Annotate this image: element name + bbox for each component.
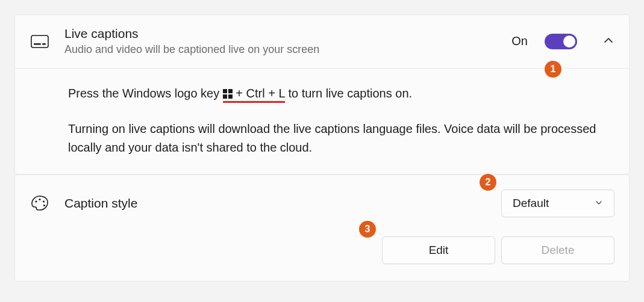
windows-logo-icon <box>223 85 233 104</box>
svg-point-9 <box>43 200 45 202</box>
svg-point-8 <box>39 199 40 200</box>
svg-rect-5 <box>223 94 227 99</box>
svg-rect-1 <box>34 43 41 45</box>
expand-collapse-chevron[interactable] <box>602 34 614 49</box>
caption-style-label: Caption style <box>64 196 487 211</box>
edit-button[interactable]: Edit <box>382 236 495 264</box>
shortcut-suffix: to turn live captions on. <box>285 87 412 100</box>
annotation-badge-1: 1 <box>545 61 561 78</box>
svg-rect-6 <box>228 94 233 99</box>
caption-style-card: 2 3 Caption style Default <box>14 174 630 282</box>
live-captions-subtitle: Audio and video will be captioned live o… <box>64 43 497 57</box>
svg-rect-0 <box>31 35 48 48</box>
toggle-state-label: On <box>511 34 528 48</box>
captions-icon <box>30 35 50 48</box>
live-captions-header: Live captions Audio and video will be ca… <box>15 15 629 69</box>
chevron-down-icon <box>595 197 603 210</box>
caption-style-select[interactable]: Default <box>501 190 614 217</box>
shortcut-instruction: Press the Windows logo key + Ctrl + L to… <box>68 84 612 104</box>
live-captions-body: Press the Windows logo key + Ctrl + L to… <box>15 69 629 174</box>
live-captions-card: Live captions Audio and video will be ca… <box>14 14 630 174</box>
svg-rect-3 <box>223 89 227 93</box>
shortcut-prefix: Press the Windows logo key <box>68 87 223 100</box>
live-captions-toggle[interactable] <box>545 34 577 49</box>
caption-style-selected-value: Default <box>513 197 549 210</box>
keyboard-shortcut: + Ctrl + L <box>223 87 285 103</box>
shortcut-keys: + Ctrl + L <box>233 87 285 100</box>
palette-icon <box>30 195 50 212</box>
svg-rect-2 <box>42 43 46 45</box>
live-captions-title: Live captions <box>64 26 497 42</box>
annotation-badge-3: 3 <box>359 221 376 238</box>
annotation-badge-2: 2 <box>480 174 496 191</box>
svg-point-7 <box>35 200 37 202</box>
svg-rect-4 <box>228 89 233 93</box>
svg-point-10 <box>43 205 45 206</box>
download-note: Turning on live captions will download t… <box>68 120 612 157</box>
delete-button: Delete <box>501 236 614 264</box>
